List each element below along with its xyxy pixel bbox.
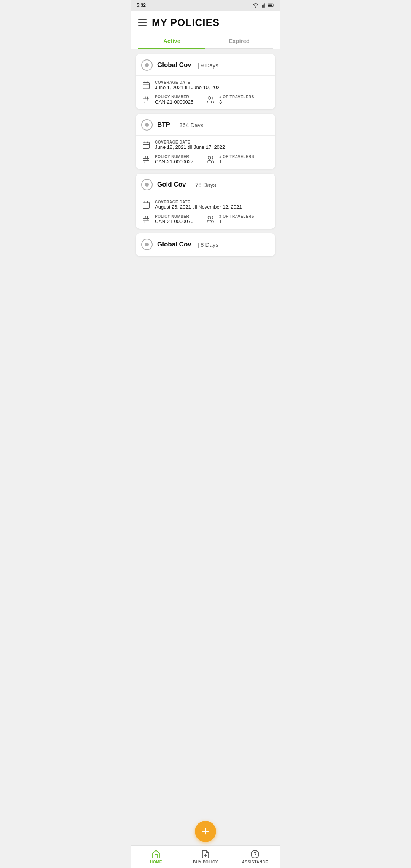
policy-1-travelers-label: # OF TRAVELERS <box>219 95 254 99</box>
calendar-icon-3 <box>141 200 151 210</box>
policy-3-days: | 78 Days <box>191 182 216 188</box>
policy-2-radio <box>141 119 153 131</box>
policy-3-coverage-label: COVERAGE DATE <box>155 200 242 204</box>
hash-icon-2 <box>141 155 151 164</box>
svg-point-0 <box>255 7 256 7</box>
policy-1-number-half: POLICY NUMBER CAN-21-0000025 <box>141 95 206 105</box>
policy-2-number-value: CAN-21-0000027 <box>155 159 193 164</box>
travelers-icon-3 <box>206 214 215 224</box>
policy-1-number-value: CAN-21-0000025 <box>155 99 193 105</box>
policy-3-number-label: POLICY NUMBER <box>155 214 193 219</box>
policy-3-travelers-label: # OF TRAVELERS <box>219 214 254 219</box>
policy-1-coverage-value: June 1, 2021 till June 10, 2021 <box>155 85 222 90</box>
hamburger-menu-button[interactable] <box>138 19 147 26</box>
policy-2-coverage-value: June 18, 2021 till June 17, 2022 <box>155 144 225 150</box>
svg-line-14 <box>145 97 145 103</box>
signal-icon <box>260 3 266 8</box>
svg-point-25 <box>208 156 211 159</box>
travelers-icon-1 <box>206 95 215 105</box>
policy-2-name: BTP <box>157 121 170 129</box>
policy-1-coverage-content: COVERAGE DATE June 1, 2021 till June 10,… <box>155 80 222 90</box>
travelers-icon-2 <box>206 155 215 164</box>
tab-expired[interactable]: Expired <box>206 34 273 48</box>
policy-2-coverage-content: COVERAGE DATE June 18, 2021 till June 17… <box>155 140 225 150</box>
policy-card-2[interactable]: BTP | 364 Days COVERAGE DATE June 18, 20… <box>136 114 275 169</box>
policy-1-bottom-row: POLICY NUMBER CAN-21-0000025 # OF TRAVEL… <box>141 95 270 105</box>
policy-1-body: COVERAGE DATE June 1, 2021 till June 10,… <box>136 76 275 109</box>
policy-1-number-content: POLICY NUMBER CAN-21-0000025 <box>155 95 193 105</box>
svg-rect-3 <box>263 5 264 8</box>
policy-2-number-half: POLICY NUMBER CAN-21-0000027 <box>141 155 206 164</box>
policy-card-1[interactable]: Global Cov | 9 Days COVERAGE DATE June 1… <box>136 54 275 109</box>
calendar-icon <box>141 80 151 90</box>
policy-3-number-value: CAN-21-0000070 <box>155 219 193 224</box>
policy-2-travelers-label: # OF TRAVELERS <box>219 155 254 159</box>
policy-2-coverage-label: COVERAGE DATE <box>155 140 225 144</box>
policy-1-name: Global Cov <box>157 61 191 69</box>
calendar-icon-2 <box>141 140 151 150</box>
policy-2-bottom-row: POLICY NUMBER CAN-21-0000027 # OF TRAVEL… <box>141 155 270 164</box>
status-time: 5:32 <box>137 3 146 8</box>
policy-1-travelers-value: 3 <box>219 99 254 105</box>
policy-3-body: COVERAGE DATE August 26, 2021 till Novem… <box>136 195 275 229</box>
svg-rect-7 <box>268 4 272 6</box>
policy-2-number-content: POLICY NUMBER CAN-21-0000027 <box>155 155 193 164</box>
tabs-bar: Active Expired <box>138 34 273 49</box>
policy-3-bottom-row: POLICY NUMBER CAN-21-0000070 # OF TRAVEL… <box>141 214 270 224</box>
status-bar: 5:32 <box>131 0 280 11</box>
policy-card-3-header[interactable]: Gold Cov | 78 Days <box>136 174 275 195</box>
policy-1-number-label: POLICY NUMBER <box>155 95 193 99</box>
svg-rect-1 <box>261 6 261 8</box>
policy-2-travelers-value: 1 <box>219 159 254 164</box>
policy-4-radio <box>141 239 153 250</box>
policy-2-number-label: POLICY NUMBER <box>155 155 193 159</box>
policy-3-travelers-value: 1 <box>219 219 254 224</box>
policy-3-coverage-value: August 26, 2021 till November 12, 2021 <box>155 204 242 210</box>
svg-rect-8 <box>143 83 150 89</box>
policies-list: Global Cov | 9 Days COVERAGE DATE June 1… <box>131 49 280 287</box>
policy-3-travelers-half: # OF TRAVELERS 1 <box>206 214 270 224</box>
svg-rect-17 <box>143 142 150 149</box>
policy-2-travelers-half: # OF TRAVELERS 1 <box>206 155 270 164</box>
battery-icon <box>268 3 274 8</box>
svg-rect-2 <box>262 5 263 8</box>
policy-3-name: Gold Cov <box>157 181 186 188</box>
hash-icon-1 <box>141 95 151 105</box>
policy-1-coverage-row: COVERAGE DATE June 1, 2021 till June 10,… <box>141 80 270 90</box>
page-title: MY POLICIES <box>152 17 220 29</box>
wifi-icon <box>253 3 258 8</box>
header-top: MY POLICIES <box>138 17 273 29</box>
svg-line-33 <box>147 216 148 223</box>
policy-3-travelers-content: # OF TRAVELERS 1 <box>219 214 254 224</box>
policy-3-number-content: POLICY NUMBER CAN-21-0000070 <box>155 214 193 224</box>
policy-card-1-header[interactable]: Global Cov | 9 Days <box>136 54 275 76</box>
svg-point-34 <box>208 216 211 219</box>
policy-3-radio <box>141 179 153 190</box>
svg-line-24 <box>147 156 148 163</box>
policy-card-3[interactable]: Gold Cov | 78 Days COVERAGE DATE August … <box>136 174 275 229</box>
policy-2-days: | 364 Days <box>175 122 204 128</box>
policy-2-coverage-row: COVERAGE DATE June 18, 2021 till June 17… <box>141 140 270 150</box>
policy-4-name: Global Cov <box>157 241 191 248</box>
policy-1-radio <box>141 59 153 71</box>
tab-active[interactable]: Active <box>138 34 206 48</box>
svg-line-32 <box>145 216 145 223</box>
svg-rect-26 <box>143 202 150 209</box>
svg-line-23 <box>145 156 145 163</box>
policy-3-coverage-row: COVERAGE DATE August 26, 2021 till Novem… <box>141 200 270 210</box>
policy-3-coverage-content: COVERAGE DATE August 26, 2021 till Novem… <box>155 200 242 210</box>
policy-2-body: COVERAGE DATE June 18, 2021 till June 17… <box>136 136 275 169</box>
svg-point-16 <box>208 97 211 99</box>
hash-icon-3 <box>141 214 151 224</box>
policy-card-4[interactable]: Global Cov | 8 Days <box>136 233 275 256</box>
svg-rect-4 <box>264 3 265 7</box>
policy-card-2-header[interactable]: BTP | 364 Days <box>136 114 275 136</box>
policy-2-travelers-content: # OF TRAVELERS 1 <box>219 155 254 164</box>
status-icons <box>253 3 274 8</box>
policy-1-coverage-label: COVERAGE DATE <box>155 80 222 85</box>
policy-1-travelers-content: # OF TRAVELERS 3 <box>219 95 254 105</box>
policy-card-4-header[interactable]: Global Cov | 8 Days <box>136 233 275 255</box>
header: MY POLICIES Active Expired <box>131 11 280 49</box>
policy-3-number-half: POLICY NUMBER CAN-21-0000070 <box>141 214 206 224</box>
policy-1-days: | 9 Days <box>196 62 218 69</box>
